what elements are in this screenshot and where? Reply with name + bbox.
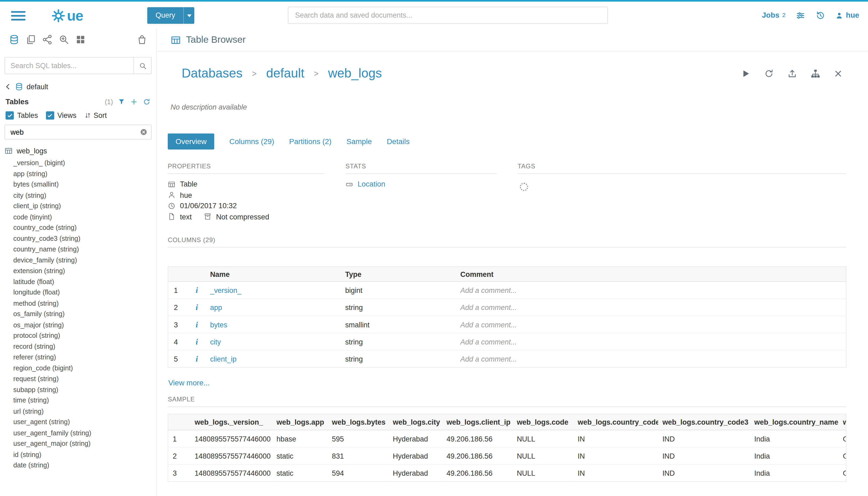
column-name-link[interactable]: bytes (210, 321, 227, 329)
views-checkbox[interactable] (46, 111, 54, 120)
chevron-left-icon[interactable] (4, 83, 12, 90)
bag-icon[interactable] (137, 34, 147, 45)
sample-cell: India (750, 464, 839, 482)
archive-icon (204, 213, 211, 220)
sitemap-icon[interactable] (810, 68, 820, 78)
info-icon[interactable]: i (195, 285, 198, 294)
sidebar-column-item[interactable]: method (string) (13, 298, 156, 309)
sidebar-column-item[interactable]: latitude (float) (13, 277, 156, 287)
sidebar-table-web-logs[interactable]: web_logs (4, 147, 151, 155)
sidebar-column-item[interactable]: referer (string) (13, 352, 156, 363)
sidebar-table-name[interactable]: web_logs (17, 147, 47, 155)
database-name[interactable]: default (27, 82, 48, 91)
column-comment[interactable]: Add a comment... (460, 286, 517, 294)
sample-cell: NULL (512, 430, 573, 447)
sql-tables-search-button[interactable] (134, 57, 152, 74)
sidebar-column-item[interactable]: record (string) (13, 342, 156, 352)
sort-toggle[interactable]: Sort (84, 111, 107, 120)
sample-cell: IND (658, 447, 750, 464)
main-content: Table Browser Databases>default>web_logs… (157, 29, 868, 496)
plus-icon[interactable] (130, 98, 138, 106)
global-search-input[interactable] (288, 7, 608, 24)
query-dropdown-toggle[interactable] (184, 7, 194, 24)
sidebar-column-item[interactable]: code (tinyint) (13, 212, 156, 222)
clear-icon[interactable] (140, 128, 148, 136)
sidebar-column-item[interactable]: city (string) (13, 190, 156, 201)
databases-icon[interactable] (9, 34, 19, 45)
upload-icon[interactable] (787, 68, 797, 78)
menu-icon[interactable] (11, 11, 26, 20)
column-name-link[interactable]: _version_ (210, 286, 241, 294)
refresh-icon[interactable] (764, 68, 774, 78)
sidebar-column-item[interactable]: time (string) (13, 396, 156, 406)
info-icon[interactable]: i (195, 337, 198, 346)
column-comment[interactable]: Add a comment... (460, 321, 517, 329)
close-icon[interactable] (834, 69, 842, 78)
tab-partitions-2[interactable]: Partitions (2) (289, 133, 332, 150)
database-back-row[interactable]: default (0, 74, 156, 91)
play-icon[interactable] (741, 68, 751, 78)
hue-logo[interactable]: ue (51, 7, 83, 24)
zoom-plus-icon[interactable] (59, 34, 69, 45)
sidebar-column-item[interactable]: country_code3 (string) (13, 233, 156, 244)
cluster-icon[interactable] (42, 34, 52, 45)
sidebar-column-item[interactable]: user_agent_family (string) (13, 428, 156, 438)
column-name-link[interactable]: city (210, 338, 221, 346)
sidebar-column-item[interactable]: client_ip (string) (13, 201, 156, 212)
sidebar-column-item[interactable]: request (string) (13, 374, 156, 385)
sidebar-column-item[interactable]: os_family (string) (13, 309, 156, 320)
info-icon[interactable]: i (195, 320, 198, 329)
jobs-link[interactable]: Jobs 2 (762, 11, 786, 19)
sidebar-column-item[interactable]: longitude (float) (13, 287, 156, 298)
query-button-label[interactable]: Query (147, 7, 184, 24)
column-name-link[interactable]: app (210, 303, 222, 312)
sidebar-column-item[interactable]: extension (string) (13, 266, 156, 277)
sliders-icon[interactable] (795, 10, 805, 20)
sidebar-column-item[interactable]: device_family (string) (13, 255, 156, 266)
tab-details[interactable]: Details (387, 133, 410, 150)
tables-checkbox[interactable] (5, 111, 14, 120)
sidebar-column-item[interactable]: bytes (smallint) (13, 179, 156, 190)
tab-overview[interactable]: Overview (168, 133, 215, 150)
views-checkbox-label[interactable]: Views (58, 111, 76, 120)
refresh-icon[interactable] (143, 98, 151, 106)
sidebar-column-item[interactable]: os_major (string) (13, 320, 156, 330)
info-icon[interactable]: i (195, 303, 198, 311)
filter-funnel-icon[interactable] (118, 98, 125, 105)
location-link[interactable]: Location (358, 180, 385, 188)
column-comment[interactable]: Add a comment... (460, 355, 517, 363)
table-description: No description available (171, 103, 868, 111)
column-comment[interactable]: Add a comment... (460, 303, 517, 312)
sidebar-column-item[interactable]: user_agent_major (string) (13, 438, 156, 449)
table-filter-input[interactable] (4, 125, 152, 140)
tab-columns-29[interactable]: Columns (29) (229, 133, 274, 150)
table-icon (4, 147, 13, 155)
sidebar-column-item[interactable]: subapp (string) (13, 385, 156, 395)
sidebar-column-item[interactable]: user_agent (string) (13, 417, 156, 428)
breadcrumb-item[interactable]: Databases (182, 66, 242, 81)
history-icon[interactable] (815, 10, 825, 20)
user-menu[interactable]: hue (835, 11, 859, 19)
query-button[interactable]: Query (147, 7, 194, 24)
column-comment[interactable]: Add a comment... (460, 338, 517, 346)
tables-checkbox-label[interactable]: Tables (17, 111, 38, 120)
documents-icon[interactable] (26, 34, 36, 45)
breadcrumb-item[interactable]: default (266, 66, 304, 81)
breadcrumb-item[interactable]: web_logs (328, 66, 382, 81)
sidebar-column-item[interactable]: app (string) (13, 169, 156, 179)
sample-table-row: 11480895575577446000hbase595Hyderabad49.… (168, 430, 846, 447)
view-more-link[interactable]: View more... (168, 379, 210, 387)
tab-sample[interactable]: Sample (347, 133, 372, 150)
sql-tables-search-input[interactable] (4, 57, 134, 74)
apps-grid-icon[interactable] (75, 34, 86, 45)
info-icon[interactable]: i (195, 354, 198, 363)
sidebar-column-item[interactable]: id (string) (13, 450, 156, 460)
sidebar-column-item[interactable]: region_code (bigint) (13, 363, 156, 374)
sidebar-column-item[interactable]: country_name (string) (13, 244, 156, 255)
sidebar-column-item[interactable]: protocol (string) (13, 330, 156, 341)
sidebar-column-item[interactable]: _version_ (bigint) (13, 158, 156, 169)
column-name-link[interactable]: client_ip (210, 355, 236, 363)
sidebar-column-item[interactable]: country_code (string) (13, 222, 156, 233)
sidebar-column-item[interactable]: date (string) (13, 460, 156, 471)
sidebar-column-item[interactable]: url (string) (13, 406, 156, 417)
